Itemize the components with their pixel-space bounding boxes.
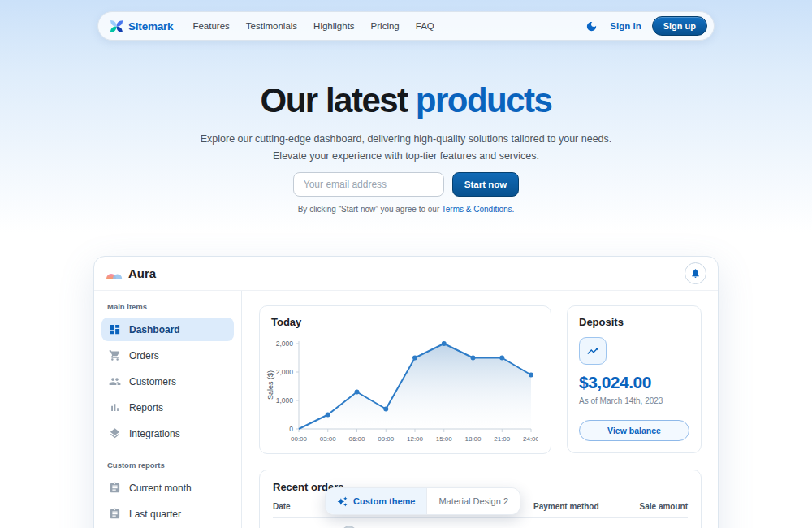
clipboard-icon (109, 482, 121, 494)
sidebar: Main items Dashboard Orders Customers Re… (94, 291, 242, 528)
nav-link-pricing[interactable]: Pricing (363, 18, 408, 34)
today-chart-card: Today 01,0002,0002,00000:0003:0006:0009:… (259, 305, 551, 454)
signup-form: Start now (0, 172, 812, 197)
title-prefix: Our latest (261, 81, 416, 119)
nav-link-highlights[interactable]: Highlights (305, 18, 363, 34)
deposits-title: Deposits (579, 316, 689, 328)
svg-text:03:00: 03:00 (320, 435, 337, 443)
trending-up-icon (586, 344, 599, 357)
material-design-label: Material Design 2 (438, 496, 508, 506)
start-now-button[interactable]: Start now (452, 172, 519, 197)
clipboard-icon (109, 508, 121, 520)
nav-link-features[interactable]: Features (184, 18, 237, 34)
layers-icon (109, 427, 121, 439)
dashboard-header: Aura (94, 257, 718, 291)
svg-text:2,000: 2,000 (276, 368, 294, 376)
svg-text:09:00: 09:00 (378, 435, 395, 443)
nav-link-faq[interactable]: FAQ (408, 18, 443, 34)
sales-chart: 01,0002,0002,00000:0003:0006:0009:0012:0… (265, 330, 538, 453)
aura-logo-icon (106, 267, 123, 279)
dashboard-icon (109, 323, 121, 335)
view-balance-button[interactable]: View balance (579, 420, 689, 441)
sidebar-item-reports[interactable]: Reports (102, 396, 234, 419)
material-design-button[interactable]: Material Design 2 (426, 488, 520, 514)
sign-up-button[interactable]: Sign up (652, 16, 707, 36)
cart-icon (109, 349, 121, 361)
sidebar-item-orders[interactable]: Orders (102, 344, 234, 367)
column-payment-method: Payment method (533, 502, 639, 511)
notifications-button[interactable] (685, 262, 706, 284)
terms-note: By clicking “Start now” you agree to our… (0, 205, 812, 214)
sidebar-item-current-month[interactable]: Current month (102, 476, 234, 500)
moon-icon (585, 20, 598, 32)
chart-title: Today (271, 316, 539, 328)
nav-link-testimonials[interactable]: Testimonials (238, 18, 305, 34)
svg-text:1,000: 1,000 (276, 396, 294, 405)
logo-text: Sitemark (128, 20, 173, 32)
sidebar-item-label: Current month (129, 483, 192, 494)
title-accent: products (416, 81, 552, 119)
email-input[interactable] (293, 172, 444, 197)
page-title: Our latest products (0, 81, 812, 120)
svg-text:06:00: 06:00 (348, 435, 365, 443)
svg-text:18:00: 18:00 (464, 435, 482, 443)
sidebar-item-label: Dashboard (129, 324, 180, 335)
svg-text:Sales ($): Sales ($) (266, 370, 274, 400)
svg-text:00:00: 00:00 (291, 435, 308, 443)
terms-text: By clicking “Start now” you agree to our (298, 205, 442, 214)
dark-mode-toggle[interactable] (583, 18, 599, 34)
terms-link[interactable]: Terms & Conditions. (442, 205, 514, 214)
table-row: 16 Mar, 2019 Elvis Presley Tupelo, MS VI… (273, 518, 688, 528)
navbar: Sitemark Features Testimonials Highlight… (97, 11, 715, 41)
column-sale-amount: Sale amount (639, 502, 688, 511)
svg-text:21:00: 21:00 (494, 435, 511, 443)
sidebar-item-label: Last quarter (129, 509, 181, 520)
sidebar-item-label: Reports (129, 402, 163, 413)
subtitle-line-1: Explore our cutting-edge dashboard, deli… (0, 131, 812, 148)
subtitle-line-2: Elevate your experience with top-tier fe… (0, 148, 812, 165)
people-icon (109, 375, 121, 387)
sidebar-item-integrations[interactable]: Integrations (102, 422, 234, 445)
trending-up-badge (579, 337, 607, 365)
svg-text:24:00: 24:00 (523, 435, 538, 443)
navbar-actions: Sign in Sign up (583, 16, 707, 36)
svg-text:15:00: 15:00 (436, 435, 453, 443)
custom-theme-label: Custom theme (353, 496, 415, 506)
bell-icon (690, 268, 701, 279)
custom-theme-button[interactable]: Custom theme (326, 488, 426, 514)
sidebar-item-customers[interactable]: Customers (102, 370, 234, 393)
nav-links: Features Testimonials Highlights Pricing… (184, 18, 442, 34)
deposits-amount: $3,024.00 (579, 373, 689, 392)
sidebar-item-dashboard[interactable]: Dashboard (102, 318, 234, 341)
svg-text:2,000: 2,000 (276, 340, 294, 348)
sidebar-item-label: Orders (129, 350, 159, 361)
sidebar-item-label: Customers (129, 376, 176, 387)
sitemark-logo[interactable]: Sitemark (110, 19, 173, 33)
sidebar-item-last-quarter[interactable]: Last quarter (102, 502, 234, 526)
hero-subtitle: Explore our cutting-edge dashboard, deli… (0, 131, 812, 164)
svg-text:0: 0 (289, 425, 293, 433)
svg-text:12:00: 12:00 (407, 435, 424, 443)
deposits-as-of: As of March 14th, 2023 (579, 396, 689, 405)
theme-toggle: Custom theme Material Design 2 (325, 487, 520, 515)
sidebar-caption-main: Main items (107, 302, 228, 311)
app-name: Aura (128, 266, 156, 280)
sparkle-icon (337, 496, 348, 507)
sign-in-link[interactable]: Sign in (610, 21, 641, 31)
deposits-card: Deposits $3,024.00 As of March 14th, 202… (567, 305, 702, 453)
sidebar-item-label: Integrations (129, 428, 180, 439)
bar-chart-icon (109, 401, 121, 413)
sitemark-logo-icon (110, 19, 123, 33)
sidebar-caption-custom: Custom reports (107, 461, 228, 470)
